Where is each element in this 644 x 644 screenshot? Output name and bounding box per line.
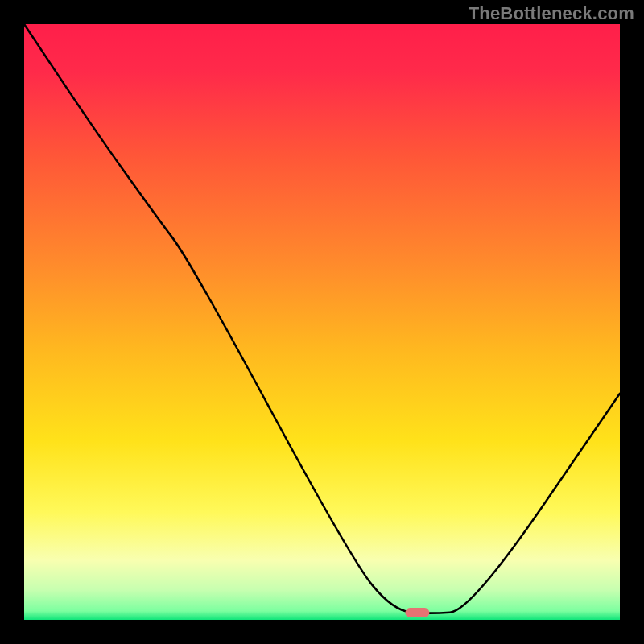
plot-area-rect <box>24 24 620 620</box>
bottleneck-chart <box>0 0 644 644</box>
chart-frame: TheBottleneck.com <box>0 0 644 644</box>
watermark-text: TheBottleneck.com <box>469 3 634 24</box>
target-marker <box>405 608 429 617</box>
